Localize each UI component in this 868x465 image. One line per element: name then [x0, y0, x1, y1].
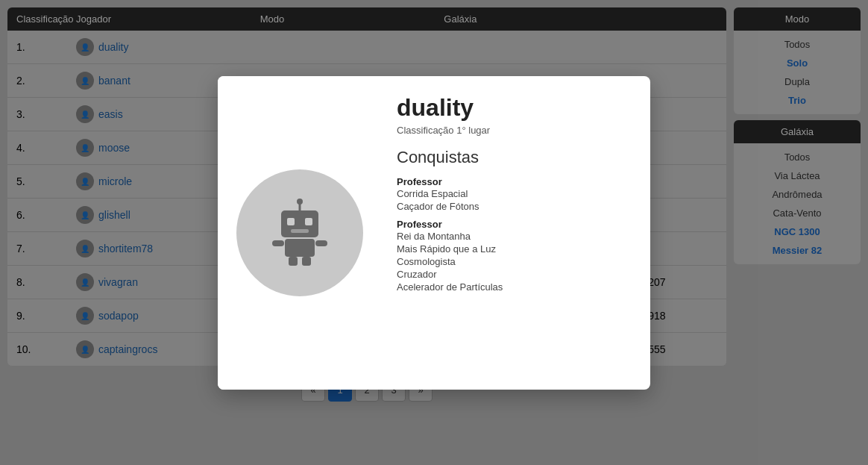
svg-rect-6 — [285, 239, 315, 257]
achievement-category-2: Professor — [397, 219, 635, 230]
player-modal: duality Classificação 1° lugar Conquista… — [218, 76, 650, 390]
modal-username: duality — [397, 94, 635, 122]
svg-point-5 — [297, 199, 303, 205]
svg-rect-10 — [302, 257, 311, 266]
achievement-item: Cruzador — [397, 268, 635, 281]
achievement-item: Caçador de Fótons — [397, 200, 635, 213]
achievement-item: Mais Rápido que a Luz — [397, 243, 635, 255]
achievement-category-1: Professor — [397, 176, 635, 187]
svg-rect-9 — [289, 257, 298, 266]
svg-rect-7 — [272, 240, 284, 246]
svg-rect-1 — [287, 218, 295, 225]
modal-conquistas-title: Conquistas — [397, 148, 635, 167]
avatar-circle — [236, 169, 363, 296]
achievement-item: Rei da Montanha — [397, 230, 635, 243]
svg-rect-3 — [291, 229, 309, 233]
modal-overlay[interactable]: duality Classificação 1° lugar Conquista… — [0, 0, 868, 465]
achievement-item: Acelerador de Partículas — [397, 281, 635, 293]
robot-icon — [262, 194, 337, 271]
achievement-item: Cosmologista — [397, 255, 635, 268]
modal-avatar-section — [218, 76, 382, 390]
achievement-item: Corrida Espacial — [397, 187, 635, 200]
modal-rank: Classificação 1° lugar — [397, 125, 635, 136]
svg-rect-8 — [315, 240, 327, 246]
modal-content: duality Classificação 1° lugar Conquista… — [382, 76, 650, 390]
svg-rect-0 — [281, 210, 318, 237]
svg-rect-2 — [305, 218, 312, 225]
